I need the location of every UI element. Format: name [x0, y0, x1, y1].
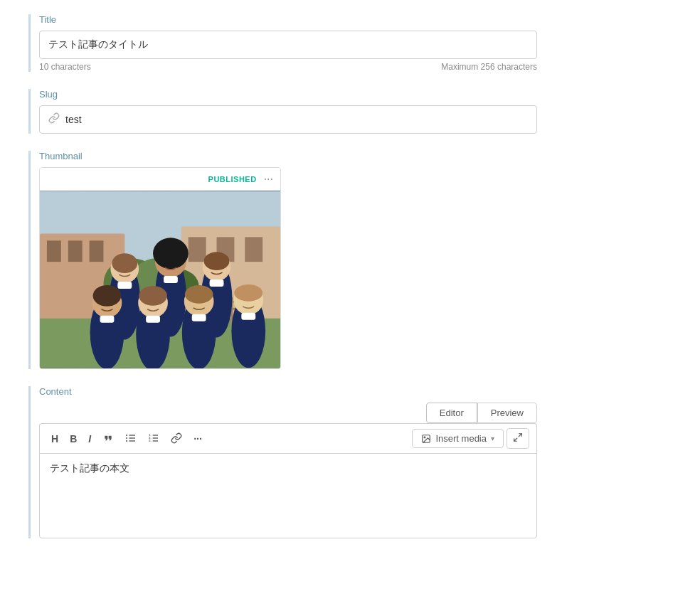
title-input[interactable] [39, 31, 537, 59]
toolbar-quote-button[interactable] [98, 430, 118, 448]
svg-line-61 [514, 438, 517, 441]
svg-point-36 [139, 286, 167, 306]
toolbar-heading-button[interactable]: H [47, 431, 63, 447]
toolbar-more-button[interactable]: ··· [189, 431, 206, 447]
svg-rect-6 [189, 237, 206, 262]
svg-rect-28 [164, 276, 178, 283]
svg-rect-45 [241, 313, 255, 320]
thumbnail-image [40, 191, 280, 368]
thumbnail-more-button[interactable]: ··· [264, 174, 273, 185]
content-section: Content Editor Preview H B I 1.2.3. ··· [28, 386, 672, 538]
svg-rect-2 [47, 240, 61, 262]
svg-rect-27 [117, 282, 132, 289]
thumbnail-card: PUBLISHED ··· [39, 167, 281, 369]
toolbar-bold-button[interactable]: B [65, 431, 81, 447]
svg-rect-41 [192, 314, 206, 321]
slug-label: Slug [39, 89, 672, 100]
slug-section: Slug [28, 89, 672, 134]
tab-editor[interactable]: Editor [426, 403, 477, 423]
title-label: Title [39, 14, 672, 25]
svg-point-50 [126, 437, 127, 439]
slug-input-wrapper[interactable] [39, 105, 537, 134]
toolbar-italic-button[interactable]: I [84, 431, 95, 447]
insert-media-button[interactable]: Insert media ▾ [412, 429, 504, 448]
published-badge: PUBLISHED [208, 175, 257, 183]
svg-point-51 [126, 440, 127, 442]
image-icon [421, 434, 431, 444]
svg-point-49 [126, 435, 127, 436]
expand-icon [513, 432, 523, 442]
editor-tabs: Editor Preview [39, 403, 537, 423]
title-section: Title 10 characters Maximum 256 characte… [28, 14, 672, 72]
svg-point-20 [112, 253, 137, 273]
tab-preview[interactable]: Preview [477, 403, 537, 423]
thumbnail-label: Thumbnail [39, 151, 672, 161]
editor-content-text: テスト記事の本文 [50, 462, 129, 474]
char-count-row: 10 characters Maximum 256 characters [39, 62, 537, 72]
insert-media-label: Insert media [435, 433, 487, 444]
link-icon [48, 112, 60, 127]
svg-point-59 [425, 437, 426, 438]
svg-point-44 [234, 284, 262, 302]
editor-body[interactable]: テスト記事の本文 [39, 453, 537, 538]
svg-text:3.: 3. [149, 439, 151, 442]
svg-rect-8 [245, 237, 262, 262]
svg-rect-37 [146, 316, 160, 323]
svg-line-60 [519, 434, 521, 437]
svg-point-32 [93, 285, 122, 307]
fullscreen-button[interactable] [507, 428, 529, 449]
svg-point-40 [185, 285, 213, 304]
svg-point-26 [204, 252, 230, 270]
chevron-down-icon: ▾ [491, 435, 494, 442]
editor-toolbar: H B I 1.2.3. ··· Insert media ▾ [39, 423, 537, 453]
svg-rect-33 [100, 316, 115, 323]
svg-point-23 [153, 238, 189, 269]
svg-rect-4 [90, 240, 104, 262]
svg-rect-29 [210, 280, 224, 287]
toolbar-unordered-list-button[interactable] [121, 430, 141, 448]
content-label: Content [39, 386, 672, 397]
thumbnail-section: Thumbnail PUBLISHED ··· [28, 151, 672, 369]
toolbar-ordered-list-button[interactable]: 1.2.3. [144, 430, 164, 448]
toolbar-link-button[interactable] [166, 430, 186, 448]
svg-rect-3 [68, 240, 83, 262]
page-container: Title 10 characters Maximum 256 characte… [0, 0, 700, 553]
char-count-max: Maximum 256 characters [441, 62, 537, 72]
slug-input[interactable] [65, 114, 528, 125]
thumbnail-card-header: PUBLISHED ··· [40, 168, 280, 191]
char-count-left: 10 characters [39, 62, 91, 72]
